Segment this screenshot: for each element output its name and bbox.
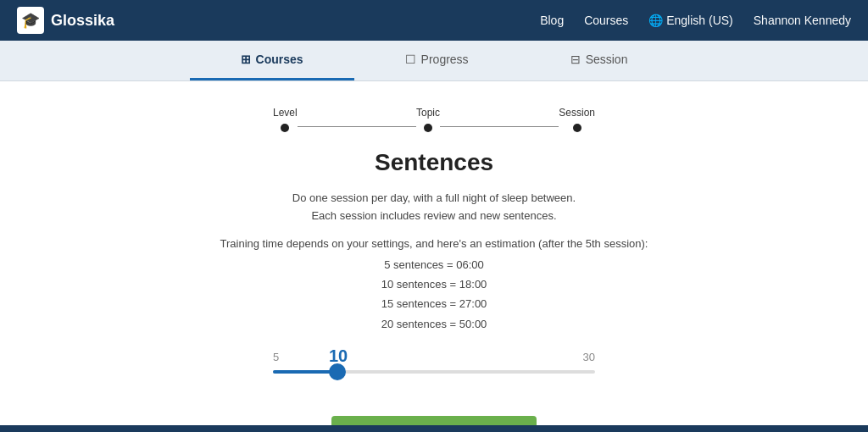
step-session-dot (573, 124, 581, 132)
steps-row: Level Topic Session (273, 107, 595, 132)
slider-labels: 5 30 (273, 351, 595, 363)
header-nav: Blog Courses 🌐 English (US) Shannon Kenn… (540, 14, 851, 27)
checkbox-icon: ☐ (405, 53, 416, 66)
logo-text: Glossika (51, 12, 114, 30)
slider-min-label: 5 (273, 351, 279, 363)
step-topic-dot (424, 124, 432, 132)
estimation-text: Training time depends on your settings, … (220, 237, 648, 250)
user-menu[interactable]: Shannon Kennedy (754, 14, 851, 27)
blog-link[interactable]: Blog (540, 14, 564, 27)
slider-container: 5 30 10 (273, 351, 595, 396)
step-line-2 (440, 126, 559, 127)
sentences-list: 5 sentences = 06:00 10 sentences = 18:00… (381, 255, 487, 335)
step-level: Level (273, 107, 298, 132)
step-line-1 (298, 126, 416, 127)
list-item: 20 sentences = 50:00 (381, 314, 487, 334)
tab-courses[interactable]: ⊞ Courses (190, 41, 354, 80)
step-level-dot (281, 124, 289, 132)
list-item: 5 sentences = 06:00 (381, 255, 487, 274)
slider-max-label: 30 (583, 351, 595, 363)
table-icon: ⊟ (570, 53, 581, 66)
footer (0, 425, 868, 432)
description: Do one session per day, with a full nigh… (292, 190, 576, 225)
page-title: Sentences (375, 149, 493, 176)
tab-session[interactable]: ⊟ Session (520, 41, 679, 80)
main-content: Level Topic Session Sentences Do one ses… (0, 81, 868, 432)
slider-track-wrapper: 10 (273, 370, 595, 396)
logo: 🎓 Glossika (17, 7, 540, 34)
step-session: Session (559, 107, 595, 132)
step-topic: Topic (416, 107, 440, 132)
tab-progress[interactable]: ☐ Progress (354, 41, 520, 80)
tabs-bar: ⊞ Courses ☐ Progress ⊟ Session (0, 41, 868, 81)
list-item: 15 sentences = 27:00 (381, 294, 487, 313)
logo-icon: 🎓 (17, 7, 44, 34)
grid-icon: ⊞ (241, 53, 251, 66)
list-item: 10 sentences = 18:00 (381, 274, 487, 294)
header: 🎓 Glossika Blog Courses 🌐 English (US) S… (0, 0, 868, 41)
language-selector[interactable]: 🌐 English (US) (648, 14, 732, 27)
courses-link[interactable]: Courses (584, 14, 628, 27)
